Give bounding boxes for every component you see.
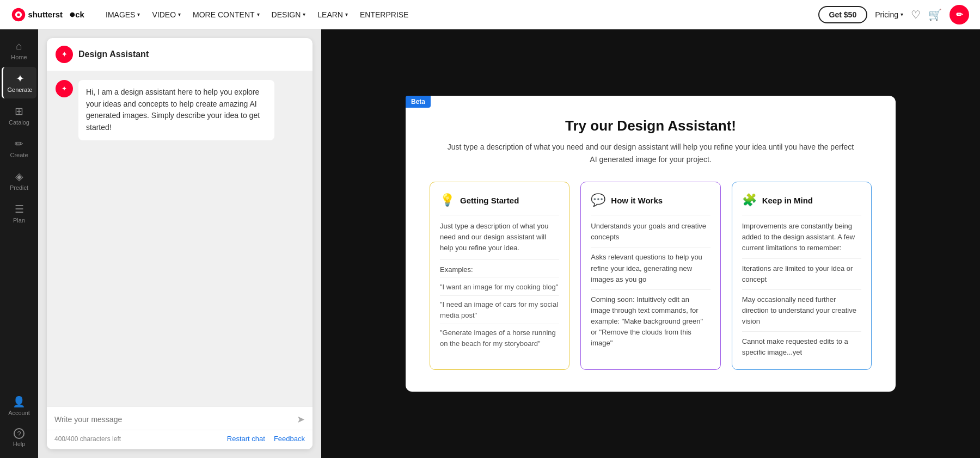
help-icon: ? <box>14 428 24 439</box>
nav-item-enterprise[interactable]: ENTERPRISE <box>354 7 414 22</box>
mind-item-2: Iterations are limited to your idea or c… <box>742 263 861 285</box>
chat-logo: ✦ <box>56 46 73 63</box>
chat-input[interactable] <box>54 415 292 424</box>
chevron-icon: ▾ <box>901 11 903 17</box>
feedback-button[interactable]: Feedback <box>274 435 305 443</box>
nav-item-video[interactable]: VIDEO ▾ <box>146 7 186 22</box>
chat-input-area: ➤ <box>47 406 313 425</box>
box-header: 💡 Getting Started <box>440 193 559 207</box>
chevron-icon: ▾ <box>178 11 181 17</box>
logo[interactable]: shutterst ck <box>11 7 87 22</box>
how-item-1: Understands your goals and creative conc… <box>591 221 710 243</box>
svg-point-4 <box>70 12 75 17</box>
nav-item-learn[interactable]: LEARN ▾ <box>312 7 353 22</box>
beta-badge: Beta <box>406 96 431 108</box>
char-count: 400/400 characters left <box>54 435 121 443</box>
box-header: 💬 How it Works <box>591 193 710 207</box>
home-icon: ⌂ <box>16 40 22 52</box>
info-card: Beta Try our Design Assistant! Just type… <box>406 96 896 391</box>
sidebar-item-predict[interactable]: ◈ Predict <box>2 165 36 196</box>
getting-started-intro: Just type a description of what you need… <box>440 221 559 253</box>
sidebar-item-catalog[interactable]: ⊞ Catalog <box>2 100 36 131</box>
chat-card: ✦ Design Assistant ✦ Hi, I am a design a… <box>47 38 313 449</box>
sidebar-item-create[interactable]: ✏ Create <box>2 132 36 164</box>
svg-point-2 <box>17 13 20 16</box>
sidebar-item-home[interactable]: ⌂ Home <box>2 35 36 66</box>
assistant-message: ✦ Hi, I am a design assistant here to he… <box>56 80 304 140</box>
how-it-works-box: 💬 How it Works Understands your goals an… <box>580 182 720 369</box>
footer-actions: Restart chat Feedback <box>227 435 305 443</box>
info-title: Try our Design Assistant! <box>430 117 872 134</box>
nav-right: Get $50 Pricing ▾ ♡ 🛒 ✏ <box>818 5 969 24</box>
mind-item-1: Improvements are constantly being added … <box>742 221 861 253</box>
example-3: "Generate images of a horse running on t… <box>440 327 559 349</box>
info-boxes-row: 💡 Getting Started Just type a descriptio… <box>430 182 872 369</box>
how-item-3: Coming soon: Intuitively edit an image t… <box>591 294 710 349</box>
sidebar-item-plan[interactable]: ☰ Plan <box>2 197 36 229</box>
chat-input-row: ➤ <box>54 413 305 425</box>
nav-item-images[interactable]: IMAGES ▾ <box>100 7 145 22</box>
nav-item-design[interactable]: DESIGN ▾ <box>266 7 311 22</box>
account-icon: 👤 <box>13 395 26 408</box>
example-2: "I need an image of cars for my social m… <box>440 299 559 320</box>
mind-item-4: Cannot make requested edits to a specifi… <box>742 336 861 358</box>
sidebar-item-help[interactable]: ? Help <box>2 423 36 453</box>
svg-text:shutterst: shutterst <box>28 10 63 19</box>
lightbulb-icon: 💡 <box>440 193 455 207</box>
examples-label: Examples: <box>440 265 559 274</box>
chat-messages: ✦ Hi, I am a design assistant here to he… <box>47 71 313 406</box>
chevron-icon: ▾ <box>345 11 348 17</box>
content-area: Beta Try our Design Assistant! Just type… <box>321 29 980 458</box>
chevron-icon: ▾ <box>303 11 305 17</box>
get-50-button[interactable]: Get $50 <box>818 6 868 23</box>
chat-footer: 400/400 characters left Restart chat Fee… <box>47 430 313 449</box>
chevron-icon: ▾ <box>137 11 140 17</box>
plan-icon: ☰ <box>15 203 24 215</box>
assistant-avatar: ✦ <box>56 80 73 97</box>
chat-panel: ✦ Design Assistant ✦ Hi, I am a design a… <box>38 29 321 458</box>
restart-chat-button[interactable]: Restart chat <box>227 435 265 443</box>
how-item-2: Asks relevant questions to help you refi… <box>591 252 710 284</box>
mind-item-3: May occasionally need further direction … <box>742 294 861 327</box>
pricing-button[interactable]: Pricing ▾ <box>875 10 903 19</box>
svg-text:ck: ck <box>75 10 84 19</box>
example-1: "I want an image for my cooking blog" <box>440 282 559 293</box>
keep-in-mind-box: 🧩 Keep in Mind Improvements are constant… <box>732 182 872 369</box>
catalog-icon: ⊞ <box>15 105 23 117</box>
sidebar-item-account[interactable]: 👤 Account <box>2 390 36 422</box>
cart-icon[interactable]: 🛒 <box>928 8 942 21</box>
box-title: Keep in Mind <box>762 196 813 205</box>
chat-header: ✦ Design Assistant <box>47 38 313 71</box>
message-bubble: Hi, I am a design assistant here to help… <box>78 80 274 140</box>
sidebar-item-generate[interactable]: ✦ Generate <box>2 67 36 98</box>
generate-icon: ✦ <box>16 72 24 85</box>
puzzle-icon: 🧩 <box>742 193 757 207</box>
chevron-icon: ▾ <box>257 11 260 17</box>
sidebar: ⌂ Home ✦ Generate ⊞ Catalog ✏ Create ◈ P… <box>0 29 38 458</box>
nav-items: IMAGES ▾ VIDEO ▾ MORE CONTENT ▾ DESIGN ▾… <box>100 7 814 22</box>
info-description: Just type a description of what you need… <box>444 141 857 165</box>
avatar-button[interactable]: ✏ <box>950 5 969 24</box>
send-icon[interactable]: ➤ <box>297 413 305 425</box>
box-header: 🧩 Keep in Mind <box>742 193 861 207</box>
getting-started-box: 💡 Getting Started Just type a descriptio… <box>430 182 569 369</box>
predict-icon: ◈ <box>15 170 23 183</box>
main-layout: ⌂ Home ✦ Generate ⊞ Catalog ✏ Create ◈ P… <box>0 29 980 458</box>
favorites-icon[interactable]: ♡ <box>911 8 921 21</box>
box-title: Getting Started <box>460 196 519 205</box>
chat-icon: 💬 <box>591 193 605 207</box>
create-icon: ✏ <box>15 138 23 150</box>
chat-title: Design Assistant <box>78 49 149 59</box>
nav-item-more-content[interactable]: MORE CONTENT ▾ <box>187 7 265 22</box>
top-nav: shutterst ck IMAGES ▾ VIDEO ▾ MORE CONTE… <box>0 0 980 29</box>
box-title: How it Works <box>611 196 663 205</box>
